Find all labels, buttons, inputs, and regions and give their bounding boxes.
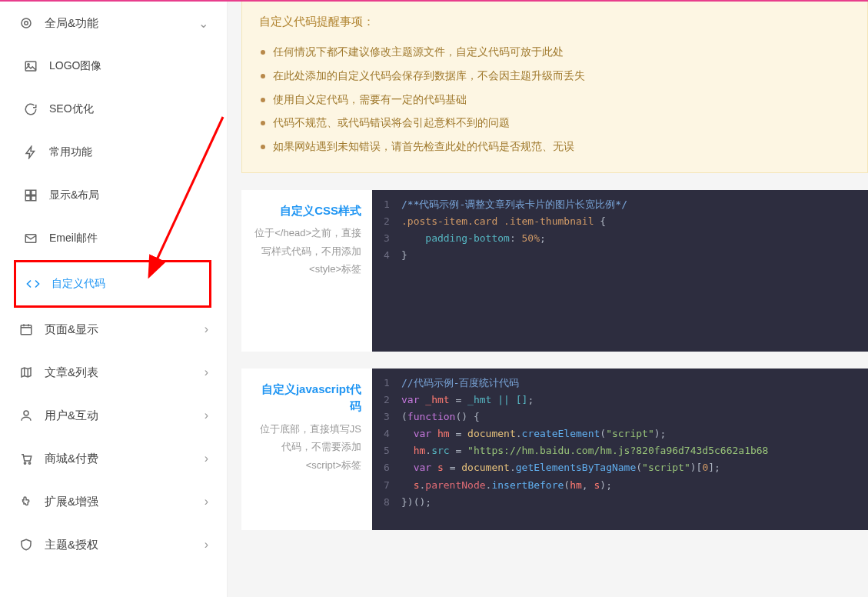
sidebar-item-custom-code[interactable]: 自定义代码 bbox=[16, 262, 209, 305]
section-desc: 位于</head>之前，直接写样式代码，不用添加<style>标签 bbox=[252, 224, 361, 278]
cart-icon bbox=[18, 451, 34, 466]
notice-item: 如果网站遇到未知错误，请首先检查此处的代码是否规范、无误 bbox=[261, 135, 850, 158]
refresh-icon bbox=[23, 102, 38, 117]
sidebar-group-user-interact[interactable]: 用户&互动 › bbox=[0, 394, 227, 437]
section-head: 自定义CSS样式 位于</head>之前，直接写样式代码，不用添加<style>… bbox=[241, 190, 372, 352]
section-custom-css: 自定义CSS样式 位于</head>之前，直接写样式代码，不用添加<style>… bbox=[241, 190, 868, 352]
sidebar-group-label: 用户&互动 bbox=[45, 409, 98, 423]
sidebar: 全局&功能 ⌄ LOGO图像 SEO优化 常用功能 显示&布局 bbox=[0, 0, 228, 597]
section-title: 自定义javascript代码 bbox=[252, 381, 361, 415]
sidebar-group-shop-pay[interactable]: 商城&付费 › bbox=[0, 437, 227, 480]
gear-icon bbox=[18, 15, 34, 31]
user-icon bbox=[18, 408, 34, 423]
sidebar-parent-label: 全局&功能 bbox=[45, 16, 98, 31]
sidebar-item-logo[interactable]: LOGO图像 bbox=[0, 45, 227, 88]
notice-title: 自定义代码提醒事项： bbox=[259, 15, 850, 29]
line-number: 8 bbox=[372, 494, 401, 511]
notice-item: 在此处添加的自定义代码会保存到数据库，不会因主题升级而丢失 bbox=[261, 64, 850, 88]
svg-point-12 bbox=[28, 462, 30, 464]
svg-rect-5 bbox=[32, 190, 36, 195]
calendar-icon bbox=[18, 322, 34, 337]
notice-list: 任何情况下都不建议修改主题源文件，自定义代码可放于此处 在此处添加的自定义代码会… bbox=[259, 40, 850, 158]
chevron-right-icon: › bbox=[205, 365, 208, 379]
bolt-icon bbox=[23, 145, 38, 160]
notice-item: 代码不规范、或代码错误将会引起意料不到的问题 bbox=[261, 111, 850, 135]
code-editor-js[interactable]: 1//代码示例-百度统计代码 2var _hmt = _hmt || []; 3… bbox=[372, 369, 868, 530]
svg-rect-7 bbox=[32, 196, 36, 201]
sidebar-group-label: 主题&授权 bbox=[45, 538, 98, 552]
highlight-box: 自定义代码 bbox=[14, 260, 211, 308]
sidebar-group-label: 扩展&增强 bbox=[45, 495, 98, 509]
svg-point-11 bbox=[24, 462, 25, 464]
sidebar-item-email[interactable]: Emeil邮件 bbox=[0, 217, 227, 260]
puzzle-icon bbox=[18, 494, 34, 509]
sidebar-item-layout[interactable]: 显示&布局 bbox=[0, 174, 227, 217]
svg-rect-9 bbox=[21, 325, 32, 335]
chevron-right-icon: › bbox=[205, 409, 208, 422]
sidebar-group-label: 文章&列表 bbox=[45, 365, 98, 380]
sidebar-group-label: 页面&显示 bbox=[45, 322, 98, 337]
line-number: 2 bbox=[372, 392, 401, 409]
chevron-right-icon: › bbox=[205, 538, 208, 552]
chevron-down-icon: ⌄ bbox=[198, 16, 208, 31]
sidebar-item-label: 自定义代码 bbox=[52, 277, 105, 291]
svg-rect-4 bbox=[25, 190, 30, 195]
chevron-right-icon: › bbox=[205, 452, 208, 465]
section-custom-js: 自定义javascript代码 位于底部，直接填写JS代码，不需要添加<scri… bbox=[241, 369, 868, 530]
notice-item: 任何情况下都不建议修改主题源文件，自定义代码可放于此处 bbox=[261, 40, 850, 64]
sidebar-group-label: 商城&付费 bbox=[45, 452, 98, 466]
sidebar-item-label: Emeil邮件 bbox=[49, 232, 98, 245]
section-title: 自定义CSS样式 bbox=[252, 202, 361, 220]
image-icon bbox=[23, 58, 38, 74]
chevron-right-icon: › bbox=[205, 495, 208, 509]
notice-item: 使用自义定代码，需要有一定的代码基础 bbox=[261, 88, 850, 112]
sidebar-item-label: 常用功能 bbox=[49, 145, 92, 159]
sidebar-group-page-display[interactable]: 页面&显示 › bbox=[0, 308, 227, 351]
grid-icon bbox=[23, 188, 38, 203]
line-number: 5 bbox=[372, 442, 401, 459]
sidebar-item-common[interactable]: 常用功能 bbox=[0, 131, 227, 174]
svg-rect-6 bbox=[25, 196, 30, 201]
line-number: 4 bbox=[372, 425, 401, 442]
sidebar-item-label: LOGO图像 bbox=[49, 59, 101, 73]
line-number: 6 bbox=[372, 459, 401, 476]
line-number: 1 bbox=[372, 196, 401, 213]
top-accent-bar bbox=[0, 0, 868, 2]
line-number: 7 bbox=[372, 477, 401, 494]
main-content: 自定义代码提醒事项： 任何情况下都不建议修改主题源文件，自定义代码可放于此处 在… bbox=[228, 0, 868, 597]
line-number: 2 bbox=[372, 213, 401, 230]
sidebar-item-label: SEO优化 bbox=[49, 102, 94, 116]
svg-point-1 bbox=[25, 22, 28, 25]
sidebar-parent-global[interactable]: 全局&功能 ⌄ bbox=[0, 2, 227, 45]
chevron-right-icon: › bbox=[205, 322, 208, 336]
shield-icon bbox=[18, 537, 34, 552]
svg-point-10 bbox=[24, 411, 28, 415]
layout: 全局&功能 ⌄ LOGO图像 SEO优化 常用功能 显示&布局 bbox=[0, 0, 868, 597]
mail-icon bbox=[23, 231, 38, 246]
sidebar-group-theme-license[interactable]: 主题&授权 › bbox=[0, 523, 227, 566]
sidebar-group-extend[interactable]: 扩展&增强 › bbox=[0, 480, 227, 523]
code-icon bbox=[25, 276, 41, 292]
line-number: 4 bbox=[372, 247, 401, 264]
line-number: 1 bbox=[372, 375, 401, 392]
code-editor-css[interactable]: 1/**代码示例-调整文章列表卡片的图片长宽比例*/ 2.posts-item.… bbox=[372, 190, 868, 352]
line-number: 3 bbox=[372, 230, 401, 247]
notice-box: 自定义代码提醒事项： 任何情况下都不建议修改主题源文件，自定义代码可放于此处 在… bbox=[241, 0, 868, 173]
svg-point-3 bbox=[28, 64, 29, 65]
map-icon bbox=[18, 365, 34, 380]
section-head: 自定义javascript代码 位于底部，直接填写JS代码，不需要添加<scri… bbox=[241, 369, 372, 530]
sidebar-item-seo[interactable]: SEO优化 bbox=[0, 88, 227, 131]
line-number: 3 bbox=[372, 409, 401, 425]
svg-point-0 bbox=[22, 18, 31, 28]
sidebar-item-label: 显示&布局 bbox=[49, 188, 99, 202]
section-desc: 位于底部，直接填写JS代码，不需要添加<script>标签 bbox=[252, 420, 361, 474]
sidebar-group-article-list[interactable]: 文章&列表 › bbox=[0, 351, 227, 394]
